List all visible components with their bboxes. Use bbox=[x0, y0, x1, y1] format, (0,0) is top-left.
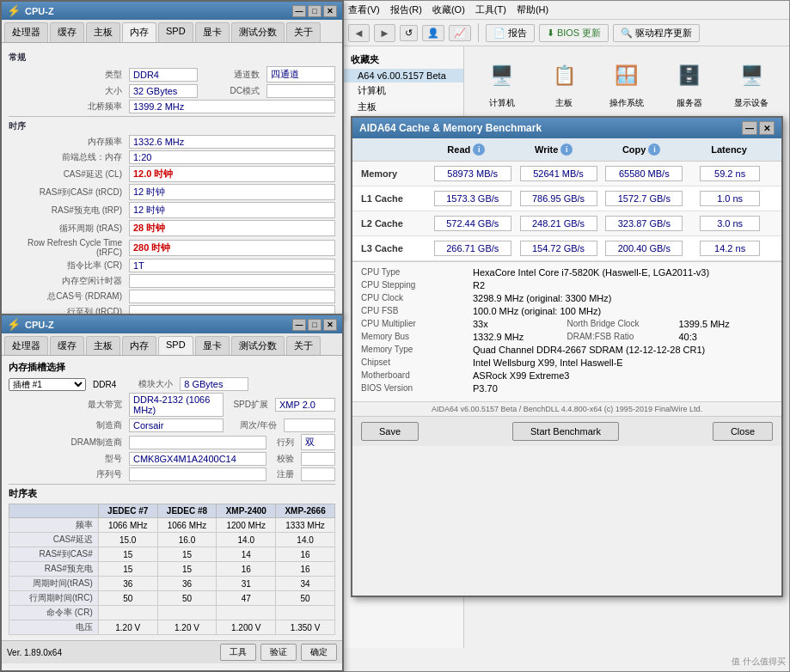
bench-info-value: ASRock X99 Extreme3 bbox=[473, 370, 773, 381]
bench-info-row: CPU SteppingR2 bbox=[361, 280, 773, 290]
tab2-processor[interactable]: 处理器 bbox=[4, 336, 48, 355]
ras-row: 循环周期 (tRAS) 28 时钟 bbox=[9, 220, 335, 236]
ok-button[interactable]: 确定 bbox=[301, 644, 337, 661]
table-row: 周期时间(tRAS)36363134 bbox=[9, 577, 335, 591]
serial-value bbox=[129, 467, 266, 481]
bench-close[interactable]: ✕ bbox=[759, 121, 775, 135]
bench-row-label: L1 Cache bbox=[361, 193, 430, 204]
timing-cell: 14.0 bbox=[217, 533, 276, 547]
start-benchmark-button[interactable]: Start Benchmark bbox=[512, 422, 619, 441]
cpuz2-maximize[interactable]: □ bbox=[308, 319, 322, 331]
part-row: 型号 CMK8GX4M1A2400C14 校验 bbox=[9, 452, 335, 466]
forward-button[interactable]: ► bbox=[374, 24, 395, 42]
bench-row-label: L3 Cache bbox=[361, 243, 430, 254]
tab2-graphics[interactable]: 显卡 bbox=[195, 336, 230, 355]
bios-update-button[interactable]: ⬇ BIOS 更新 bbox=[539, 24, 609, 42]
write-info-icon[interactable]: i bbox=[560, 144, 573, 156]
verify-value bbox=[301, 452, 335, 466]
sidebar-item-computer[interactable]: 计算机 bbox=[344, 82, 463, 99]
tab-bench[interactable]: 测试分数 bbox=[231, 22, 285, 42]
refresh-row: 内存空闲计时器 bbox=[9, 274, 335, 288]
cpuz1-maximize[interactable]: □ bbox=[308, 5, 322, 17]
bench-info-label: Memory Bus bbox=[361, 332, 473, 342]
tab2-bench[interactable]: 测试分数 bbox=[231, 336, 285, 355]
tab-graphics[interactable]: 显卡 bbox=[195, 22, 230, 42]
tab-mainboard[interactable]: 主板 bbox=[86, 22, 120, 42]
bench-col-latency: Latency bbox=[685, 144, 773, 156]
sidebar-item-motherboard[interactable]: 主板 bbox=[344, 99, 463, 115]
tab-memory[interactable]: 内存 bbox=[122, 22, 156, 42]
bench-column-headers: Read i Write i Copy i Latency bbox=[352, 138, 781, 162]
trend-button[interactable]: 📈 bbox=[449, 25, 471, 41]
cpuz1-close[interactable]: ✕ bbox=[323, 5, 337, 17]
cpuz2-minimize[interactable]: — bbox=[292, 319, 306, 331]
bench-minimize[interactable]: — bbox=[742, 121, 757, 135]
quick-icon-motherboard[interactable]: 📋 主板 bbox=[540, 58, 590, 109]
menu-tools[interactable]: 工具(T) bbox=[475, 3, 506, 16]
tab-about[interactable]: 关于 bbox=[286, 22, 321, 42]
quick-icon-os[interactable]: 🪟 操作系统 bbox=[602, 58, 652, 109]
cpuz1-titlebar: ⚡ CPU-Z — □ ✕ bbox=[2, 2, 342, 20]
cpuz1-minimize[interactable]: — bbox=[292, 5, 306, 17]
tab2-mainboard[interactable]: 主板 bbox=[86, 336, 120, 355]
remark-label: 注册 bbox=[266, 468, 301, 480]
cr-row: 指令比率 (CR) 1T bbox=[9, 259, 335, 272]
tab2-spd[interactable]: SPD bbox=[158, 336, 193, 355]
table-row: RAS#到CAS#15151416 bbox=[9, 547, 335, 562]
save-button[interactable]: Save bbox=[361, 422, 419, 441]
bench-latency-cell: 3.0 ns bbox=[687, 216, 773, 231]
driver-update-button[interactable]: 🔍 驱动程序更新 bbox=[613, 24, 700, 42]
quick-icon-display[interactable]: 🖥️ 显示设备 bbox=[726, 58, 776, 109]
menu-view[interactable]: 查看(V) bbox=[348, 3, 380, 16]
total-cas-value bbox=[129, 290, 335, 303]
back-button[interactable]: ◄ bbox=[348, 24, 370, 42]
close-button[interactable]: Close bbox=[713, 422, 773, 441]
timing-cell: 14.0 bbox=[276, 533, 335, 547]
bench-info-value: HexaCore Intel Core i7-5820K (Haswell-E,… bbox=[473, 267, 773, 278]
bench-latency-cell: 14.2 ns bbox=[687, 241, 773, 256]
menu-favorites[interactable]: 收藏(O) bbox=[432, 3, 465, 16]
bench-data-row: L3 Cache266.71 GB/s154.72 GB/s200.40 GB/… bbox=[352, 236, 781, 261]
quick-icon-server[interactable]: 🗄️ 服务器 bbox=[664, 58, 714, 109]
tools-button[interactable]: 工具 bbox=[220, 644, 256, 661]
spd-ext-value: XMP 2.0 bbox=[275, 398, 335, 412]
timing-cell bbox=[217, 606, 276, 620]
menu-report[interactable]: 报告(R) bbox=[390, 3, 422, 16]
cpuz2-tabs: 处理器 缓存 主板 内存 SPD 显卡 测试分数 关于 bbox=[2, 333, 342, 356]
bench-info-row: BIOS VersionP3.70 bbox=[361, 383, 773, 394]
tab-spd[interactable]: SPD bbox=[158, 22, 193, 42]
table-row: 行周期时间(tRC)50504750 bbox=[9, 591, 335, 606]
copy-info-icon[interactable]: i bbox=[648, 144, 660, 156]
bench-info-value: 1332.9 MHz bbox=[473, 332, 567, 342]
tab2-about[interactable]: 关于 bbox=[286, 336, 321, 355]
driver-icon: 🔍 bbox=[621, 27, 633, 38]
report-icon: 📄 bbox=[493, 27, 505, 38]
total-cas-label: 总CAS号 (RDRAM) bbox=[9, 290, 129, 302]
timing-cell: 1333 MHz bbox=[276, 518, 335, 533]
user-button[interactable]: 👤 bbox=[422, 25, 444, 41]
report-button[interactable]: 📄 报告 bbox=[486, 24, 535, 42]
validate-button[interactable]: 验证 bbox=[260, 644, 297, 661]
refresh-button[interactable]: ↺ bbox=[400, 25, 418, 41]
bench-info-label: North Bridge Clock bbox=[567, 319, 679, 329]
quick-icon-computer[interactable]: 🖥️ 计算机 bbox=[477, 58, 527, 109]
rp-row: RAS#预充电 (tRP) 12 时钟 bbox=[9, 202, 335, 218]
tab-processor[interactable]: 处理器 bbox=[4, 22, 48, 42]
mfr-value: Corsair bbox=[129, 418, 224, 432]
timing-cell: 1066 MHz bbox=[157, 518, 217, 533]
part-value: CMK8GX4M1A2400C14 bbox=[129, 452, 266, 466]
menu-help[interactable]: 帮助(H) bbox=[517, 3, 548, 16]
sidebar-item-beta[interactable]: A64 v6.00.5157 Beta bbox=[344, 69, 463, 82]
read-info-icon[interactable]: i bbox=[473, 144, 485, 156]
table-row: 电压1.20 V1.20 V1.200 V1.350 V bbox=[9, 620, 335, 635]
tab-cache[interactable]: 缓存 bbox=[50, 22, 84, 42]
slot-select[interactable]: 插槽 #1 bbox=[9, 378, 86, 391]
timing-cell: 16 bbox=[217, 562, 276, 577]
nb-label: 北桥频率 bbox=[9, 101, 129, 113]
tab2-memory[interactable]: 内存 bbox=[122, 336, 156, 355]
tab2-cache[interactable]: 缓存 bbox=[50, 336, 84, 355]
bench-info-label: CPU Multiplier bbox=[361, 319, 473, 329]
timing-row-label: 命令率 (CR) bbox=[9, 606, 99, 620]
cpuz2-close[interactable]: ✕ bbox=[323, 319, 337, 331]
bench-read-value: 572.44 GB/s bbox=[434, 216, 511, 231]
